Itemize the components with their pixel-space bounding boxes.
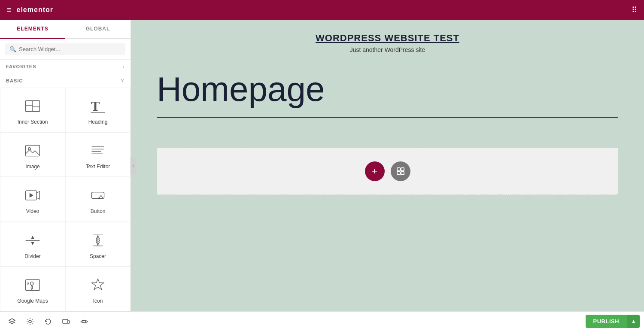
- add-section-box: +: [157, 148, 618, 195]
- svg-point-15: [98, 198, 100, 200]
- collapse-handle[interactable]: ‹: [131, 157, 136, 174]
- svg-marker-31: [9, 319, 15, 322]
- divider-icon: [23, 231, 42, 250]
- svg-rect-33: [63, 319, 68, 323]
- settings-icon-button[interactable]: [22, 314, 38, 329]
- preview-icon-button[interactable]: [76, 314, 92, 329]
- sidebar: ELEMENTS GLOBAL 🔍 FAVORITES › BASIC ∨: [0, 20, 131, 311]
- svg-point-25: [30, 282, 33, 285]
- layers-icon-button[interactable]: [4, 314, 20, 329]
- inner-section-icon: [23, 97, 42, 115]
- canvas: WORDPRESS WEBSITE TEST Just another Word…: [131, 20, 644, 311]
- google-maps-label: Google Maps: [17, 298, 48, 304]
- spacer-icon: [88, 231, 107, 250]
- favorites-arrow-icon: ›: [122, 64, 125, 69]
- bottom-bar: PUBLISH ▲: [0, 311, 644, 331]
- video-label: Video: [26, 208, 39, 214]
- inner-section-label: Inner Section: [18, 119, 48, 125]
- page-content: Homepage: [131, 62, 644, 148]
- main-layout: ELEMENTS GLOBAL 🔍 FAVORITES › BASIC ∨: [0, 20, 644, 311]
- page-heading: Homepage: [157, 70, 618, 108]
- favorites-section-header[interactable]: FAVORITES ›: [0, 60, 131, 73]
- publish-group: PUBLISH ▲: [586, 315, 640, 328]
- widget-divider[interactable]: Divider: [0, 222, 65, 267]
- page-divider: [157, 117, 618, 118]
- publish-button[interactable]: PUBLISH: [586, 315, 627, 328]
- history-icon-button[interactable]: [40, 314, 56, 329]
- widget-video[interactable]: Video: [0, 177, 65, 222]
- publish-dropdown-button[interactable]: ▲: [627, 315, 640, 328]
- add-template-button[interactable]: [391, 161, 410, 181]
- svg-rect-30: [401, 172, 404, 175]
- button-icon: [88, 186, 107, 205]
- search-box: 🔍: [0, 39, 131, 60]
- svg-text:8: 8: [27, 282, 29, 286]
- basic-section-header[interactable]: BASIC ∨: [0, 73, 131, 88]
- site-title: WORDPRESS WEBSITE TEST: [140, 33, 635, 44]
- search-icon: 🔍: [9, 46, 16, 52]
- svg-marker-18: [31, 242, 34, 245]
- tabs: ELEMENTS GLOBAL: [0, 20, 131, 39]
- widget-heading[interactable]: T Heading: [65, 88, 131, 132]
- site-header: WORDPRESS WEBSITE TEST Just another Word…: [131, 20, 644, 62]
- basic-arrow-icon: ∨: [121, 78, 125, 83]
- svg-rect-28: [401, 168, 404, 171]
- svg-point-35: [83, 320, 85, 323]
- image-icon: [23, 141, 42, 160]
- svg-rect-6: [26, 146, 40, 156]
- elementor-logo: elementor: [17, 6, 53, 14]
- heading-icon: T: [88, 97, 107, 115]
- text-editor-label: Text Editor: [86, 164, 110, 170]
- widget-image[interactable]: Image: [0, 132, 65, 177]
- favorites-label: FAVORITES: [6, 64, 36, 69]
- divider-label: Divider: [24, 253, 40, 259]
- icon-label: Icon: [93, 298, 103, 304]
- hamburger-icon[interactable]: ≡: [7, 6, 12, 15]
- video-icon: [23, 186, 42, 205]
- widget-inner-section[interactable]: Inner Section: [0, 88, 65, 132]
- image-label: Image: [25, 164, 39, 170]
- top-bar: ≡ elementor ⠿: [0, 0, 644, 20]
- widget-google-maps[interactable]: 8 Google Maps: [0, 267, 65, 311]
- svg-rect-34: [68, 321, 70, 323]
- widget-button[interactable]: Button: [65, 177, 131, 222]
- icon-widget-icon: [88, 276, 107, 295]
- svg-marker-13: [30, 193, 33, 198]
- spacer-label: Spacer: [90, 253, 106, 259]
- svg-rect-29: [397, 172, 400, 175]
- tab-global[interactable]: GLOBAL: [65, 20, 131, 38]
- tab-elements[interactable]: ELEMENTS: [0, 20, 65, 39]
- svg-marker-17: [31, 236, 34, 239]
- responsive-icon-button[interactable]: [58, 314, 74, 329]
- add-section-button[interactable]: +: [365, 161, 385, 181]
- svg-rect-27: [397, 168, 400, 171]
- widget-text-editor[interactable]: Text Editor: [65, 132, 131, 177]
- heading-label: Heading: [88, 119, 108, 125]
- widget-grid: Inner Section T Heading Image: [0, 88, 131, 311]
- button-label: Button: [91, 208, 106, 214]
- grid-icon[interactable]: ⠿: [632, 5, 637, 15]
- svg-marker-26: [91, 279, 104, 289]
- svg-rect-14: [91, 192, 104, 199]
- svg-point-32: [29, 320, 31, 323]
- basic-label: BASIC: [6, 78, 23, 83]
- svg-text:T: T: [91, 99, 100, 114]
- site-subtitle: Just another WordPress site: [140, 46, 635, 53]
- google-maps-icon: 8: [23, 276, 42, 295]
- text-editor-icon: [88, 141, 107, 160]
- widget-spacer[interactable]: Spacer: [65, 222, 131, 267]
- widget-icon[interactable]: Icon: [65, 267, 131, 311]
- search-input[interactable]: [19, 46, 121, 52]
